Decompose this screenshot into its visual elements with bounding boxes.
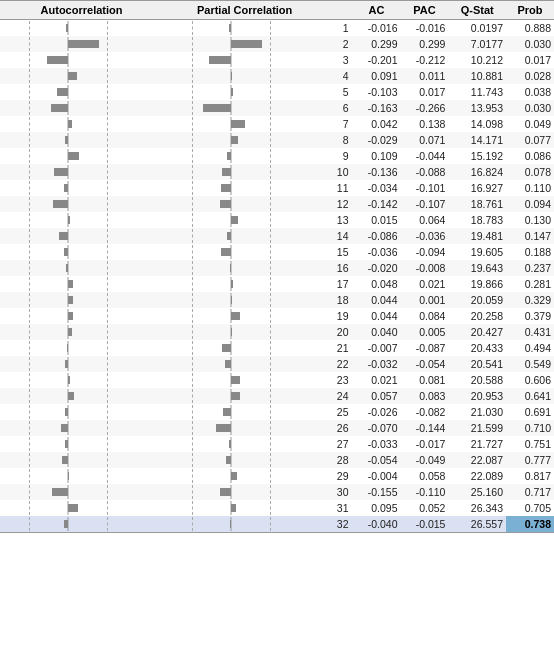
table-row: 180.0440.00120.0590.329 [0,292,554,308]
idx-header [326,1,352,20]
autocorrelation-header: Autocorrelation [0,1,163,20]
table-row: 200.0400.00520.4270.431 [0,324,554,340]
table-row: 90.109-0.04415.1920.086 [0,148,554,164]
table-row: 230.0210.08120.5880.606 [0,372,554,388]
table-row: 11-0.034-0.10116.9270.110 [0,180,554,196]
table-row: 8-0.0290.07114.1710.077 [0,132,554,148]
table-row: 28-0.054-0.04922.0870.777 [0,452,554,468]
pac-header: PAC [400,1,448,20]
table-row: 170.0480.02119.8660.281 [0,276,554,292]
table-row: 10-0.136-0.08816.8240.078 [0,164,554,180]
table-row: 29-0.0040.05822.0890.817 [0,468,554,484]
table-row: 310.0950.05226.3430.705 [0,500,554,516]
table-row: 32-0.040-0.01526.5570.738 [0,516,554,533]
table-row: 22-0.032-0.05420.5410.549 [0,356,554,372]
main-container: Autocorrelation Partial Correlation AC P… [0,0,554,533]
ac-header: AC [353,1,401,20]
table-row: 5-0.1030.01711.7430.038 [0,84,554,100]
table-row: 14-0.086-0.03619.4810.147 [0,228,554,244]
table-row: 25-0.026-0.08221.0300.691 [0,404,554,420]
table-row: 12-0.142-0.10718.7610.094 [0,196,554,212]
table-row: 40.0910.01110.8810.028 [0,68,554,84]
table-row: 130.0150.06418.7830.130 [0,212,554,228]
qstat-header: Q-Stat [448,1,506,20]
table-row: 20.2990.2997.01770.030 [0,36,554,52]
table-row: 21-0.007-0.08720.4330.494 [0,340,554,356]
table-row: 240.0570.08320.9530.641 [0,388,554,404]
table-row: 1-0.016-0.0160.01970.888 [0,20,554,37]
table-row: 30-0.155-0.11025.1600.717 [0,484,554,500]
table-row: 190.0440.08420.2580.379 [0,308,554,324]
table-row: 6-0.163-0.26613.9530.030 [0,100,554,116]
table-row: 27-0.033-0.01721.7270.751 [0,436,554,452]
table-row: 26-0.070-0.14421.5990.710 [0,420,554,436]
table-row: 70.0420.13814.0980.049 [0,116,554,132]
table-row: 15-0.036-0.09419.6050.188 [0,244,554,260]
prob-header: Prob [506,1,554,20]
table-row: 3-0.201-0.21210.2120.017 [0,52,554,68]
partial-correlation-header: Partial Correlation [163,1,326,20]
table-row: 16-0.020-0.00819.6430.237 [0,260,554,276]
correlation-table: Autocorrelation Partial Correlation AC P… [0,0,554,533]
